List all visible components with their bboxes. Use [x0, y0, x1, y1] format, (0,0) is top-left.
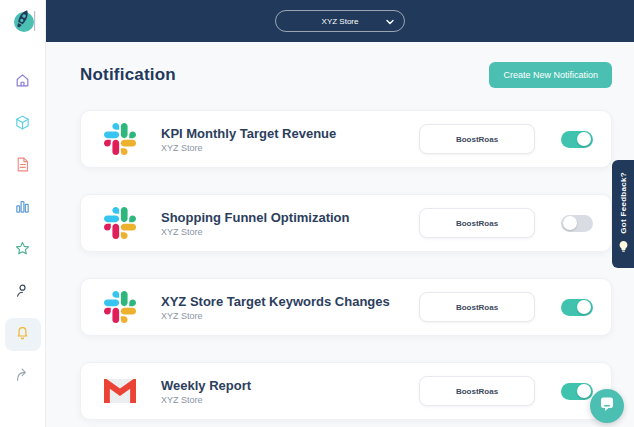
sidebar-item-documents[interactable] — [5, 150, 41, 183]
store-selector-dropdown[interactable]: XYZ Store — [275, 10, 405, 32]
chevron-down-icon — [386, 18, 394, 27]
sidebar-item-analytics[interactable] — [5, 192, 41, 225]
sidebar-item-home[interactable] — [5, 66, 41, 99]
boostroas-tag-button[interactable]: BoostRoas — [419, 376, 535, 406]
boostroas-tag-button[interactable]: BoostRoas — [419, 292, 535, 322]
notification-toggle[interactable] — [561, 215, 593, 232]
topbar: XYZ Store — [46, 0, 634, 42]
sidebar-item-products[interactable] — [5, 108, 41, 141]
notification-card[interactable]: Shopping Funnel Optimization XYZ Store B… — [80, 194, 612, 252]
content-area: Notification Create New Notification — [46, 42, 634, 427]
slack-icon — [103, 290, 137, 324]
notification-card[interactable]: KPI Monthly Target Revenue XYZ Store Boo… — [80, 110, 612, 168]
boostroas-tag-button[interactable]: BoostRoas — [419, 208, 535, 238]
notification-list: KPI Monthly Target Revenue XYZ Store Boo… — [80, 110, 612, 420]
chat-fab-button[interactable] — [590, 389, 624, 423]
content-header: Notification Create New Notification — [80, 62, 612, 88]
got-feedback-label: Got Feedback? — [619, 172, 628, 234]
toggle-knob — [563, 216, 577, 230]
toggle-knob — [577, 384, 591, 398]
notification-toggle[interactable] — [561, 299, 593, 316]
notification-toggle[interactable] — [561, 383, 593, 400]
star-icon — [14, 240, 31, 261]
lightbulb-icon — [619, 238, 628, 256]
notification-title: Weekly Report — [161, 378, 251, 393]
toggle-knob — [577, 300, 591, 314]
main-area: XYZ Store Notification Create New Notifi… — [46, 0, 634, 427]
slack-icon — [103, 206, 137, 240]
notification-text: Weekly Report XYZ Store — [161, 378, 251, 405]
slack-icon — [103, 122, 137, 156]
got-feedback-tab[interactable]: Got Feedback? — [612, 160, 634, 268]
home-icon — [14, 72, 31, 93]
share-arrow-icon — [14, 366, 31, 387]
notification-card[interactable]: XYZ Store Target Keywords Changes XYZ St… — [80, 278, 612, 336]
notification-text: Shopping Funnel Optimization XYZ Store — [161, 210, 349, 237]
create-notification-button[interactable]: Create New Notification — [489, 62, 612, 88]
sidebar-item-notifications[interactable] — [5, 318, 41, 351]
chat-bubble-icon — [599, 396, 615, 416]
bell-icon — [14, 324, 31, 345]
sidebar-item-profile[interactable] — [5, 276, 41, 309]
notification-toggle[interactable] — [561, 131, 593, 148]
sidebar-item-favorites[interactable] — [5, 234, 41, 267]
notification-title: Shopping Funnel Optimization — [161, 210, 349, 225]
notification-store: XYZ Store — [161, 227, 349, 237]
boostroas-tag-button[interactable]: BoostRoas — [419, 124, 535, 154]
page-title: Notification — [80, 65, 176, 85]
boostroas-logo[interactable] — [0, 0, 46, 42]
notification-store: XYZ Store — [161, 143, 336, 153]
toggle-knob — [577, 132, 591, 146]
sidebar-item-share[interactable] — [5, 360, 41, 393]
sidebar-nav — [5, 66, 41, 393]
person-icon — [14, 282, 31, 303]
notification-card[interactable]: Weekly Report XYZ Store BoostRoas — [80, 362, 612, 420]
notification-store: XYZ Store — [161, 311, 390, 321]
notification-text: XYZ Store Target Keywords Changes XYZ St… — [161, 294, 390, 321]
bar-chart-icon — [14, 198, 31, 219]
notification-text: KPI Monthly Target Revenue XYZ Store — [161, 126, 336, 153]
document-icon — [14, 156, 31, 177]
package-icon — [14, 114, 31, 135]
app-window: XYZ Store Notification Create New Notifi… — [0, 0, 634, 427]
store-selector-value: XYZ Store — [322, 17, 359, 26]
notification-store: XYZ Store — [161, 395, 251, 405]
gmail-icon — [103, 374, 137, 408]
notification-title: XYZ Store Target Keywords Changes — [161, 294, 390, 309]
sidebar — [0, 0, 46, 427]
notification-title: KPI Monthly Target Revenue — [161, 126, 336, 141]
